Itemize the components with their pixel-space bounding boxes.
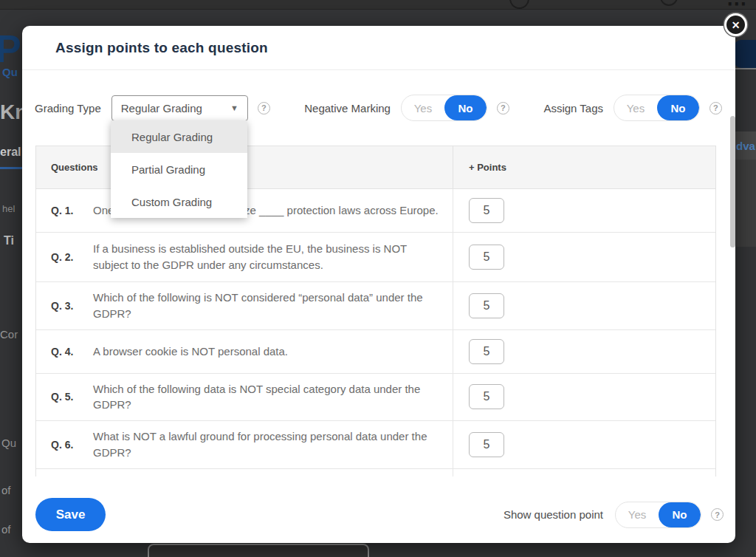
assign-tags-group: Assign Tags Yes No ? (543, 95, 722, 121)
toggle-yes-option[interactable]: Yes (402, 95, 444, 120)
question-number: Q. 4. (51, 346, 93, 358)
question-number: Q. 2. (51, 251, 93, 263)
helper-text-fragment: hel (2, 204, 15, 213)
points-column-header: + Points (453, 146, 715, 188)
dropdown-option-custom-grading[interactable]: Custom Grading (111, 185, 247, 218)
table-row: Q. 5. Which of the following data is NOT… (36, 374, 715, 422)
question-number: Q. 3. (51, 300, 93, 312)
table-row-clipped (36, 469, 715, 477)
question-text: What is NOT a lawful ground for processi… (93, 428, 444, 461)
grading-controls-row: Grading Type Regular Grading ▼ ? Negativ… (22, 95, 735, 121)
chevron-down-icon: ▼ (230, 103, 238, 112)
modal-header: Assign points to each question (22, 26, 735, 70)
negative-marking-label: Negative Marking (304, 102, 391, 115)
points-input[interactable] (469, 432, 504, 457)
left-text-fragment-of2: of (1, 524, 11, 535)
assign-tags-label: Assign Tags (543, 102, 603, 115)
negative-marking-toggle[interactable]: Yes No (401, 95, 487, 121)
toggle-no-option[interactable]: No (444, 95, 487, 120)
question-number: Q. 5. (51, 391, 93, 403)
brand-logo: P (0, 30, 21, 68)
question-text: A browser cookie is NOT personal data. (93, 344, 288, 360)
question-text: Which of the following is NOT considered… (93, 290, 444, 322)
question-text: Which of the following data is NOT speci… (93, 381, 444, 414)
grading-type-help-icon[interactable]: ? (258, 102, 270, 115)
points-input[interactable] (469, 198, 504, 223)
tab-general-fragment: eral (0, 146, 21, 158)
show-question-point-help-icon[interactable]: ? (711, 508, 724, 521)
toggle-yes-option[interactable]: Yes (616, 502, 659, 527)
brand-sub-label: Qu (2, 66, 18, 78)
background-input-fragment (148, 544, 369, 557)
modal-scrollbar[interactable] (730, 116, 735, 247)
background-panel-fragment (735, 160, 756, 247)
show-question-point-label: Show question point (504, 508, 603, 521)
question-number: Q. 6. (51, 439, 93, 451)
left-text-fragment-qu: Qu (1, 437, 16, 448)
section-title-fragment: Ti (4, 235, 14, 247)
negative-marking-group: Negative Marking Yes No ? (304, 95, 509, 121)
left-text-fragment-cor: Cor (0, 329, 18, 340)
assign-tags-toggle[interactable]: Yes No (614, 95, 700, 121)
save-button[interactable]: Save (35, 498, 106, 531)
dropdown-option-regular-grading[interactable]: Regular Grading (111, 120, 247, 153)
points-input[interactable] (469, 245, 504, 270)
grading-type-group: Grading Type Regular Grading ▼ ? (35, 95, 270, 121)
table-row: Q. 3. Which of the following is NOT cons… (36, 282, 715, 330)
table-row: Q. 4. A browser cookie is NOT personal d… (36, 330, 715, 374)
table-row: Q. 6. What is NOT a lawful ground for pr… (36, 421, 715, 469)
negative-marking-help-icon[interactable]: ? (497, 102, 509, 115)
show-question-point-group: Show question point Yes No ? (504, 498, 724, 531)
points-input[interactable] (469, 339, 504, 364)
tab-advanced-fragment: dva (736, 140, 755, 151)
assign-points-modal: Assign points to each question Grading T… (22, 26, 735, 543)
modal-title: Assign points to each question (55, 40, 268, 56)
close-icon: ✕ (732, 20, 740, 30)
grading-type-select[interactable]: Regular Grading ▼ (111, 95, 248, 121)
grading-type-dropdown-menu: Regular Grading Partial Grading Custom G… (111, 120, 247, 218)
modal-close-button[interactable]: ✕ (724, 13, 747, 36)
question-number: Q. 1. (51, 205, 93, 216)
left-text-fragment-of1: of (1, 485, 11, 496)
dropdown-option-partial-grading[interactable]: Partial Grading (111, 153, 247, 185)
active-tab-underline (0, 167, 22, 169)
assign-tags-help-icon[interactable]: ? (709, 102, 722, 115)
background-save-button-fragment (734, 40, 756, 68)
background-divider-fragment (735, 68, 756, 69)
toggle-no-option[interactable]: No (659, 502, 701, 527)
table-row: Q. 2. If a business is established outsi… (36, 233, 715, 282)
grading-type-selected-value: Regular Grading (121, 102, 230, 115)
question-text: If a business is established outside the… (93, 241, 444, 273)
toggle-no-option[interactable]: No (657, 95, 699, 120)
points-input[interactable] (469, 293, 504, 318)
points-input[interactable] (469, 384, 504, 409)
show-question-point-toggle[interactable]: Yes No (615, 502, 701, 528)
toggle-yes-option[interactable]: Yes (614, 95, 657, 120)
background-header-band (0, 0, 756, 10)
overflow-menu-icon: ⋯ (726, 0, 749, 14)
grading-type-label: Grading Type (35, 102, 101, 115)
